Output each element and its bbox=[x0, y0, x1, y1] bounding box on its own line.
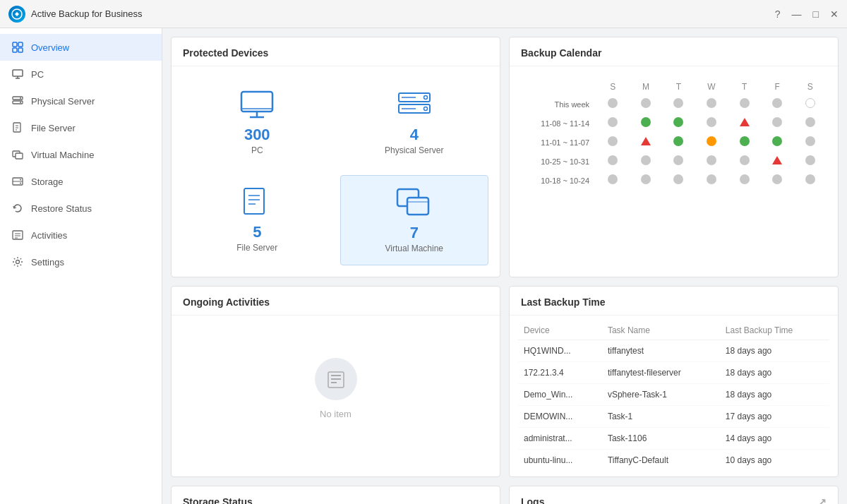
physical-server-device-icon bbox=[395, 89, 434, 121]
svg-point-20 bbox=[20, 179, 21, 181]
device-item-physical-server[interactable]: 4 Physical Server bbox=[340, 78, 489, 167]
col-task: Task Name bbox=[602, 321, 720, 340]
calendar-row-1025: 10-25 ~ 10-31 bbox=[521, 152, 827, 171]
device-cell: DEMOWIN... bbox=[518, 406, 602, 428]
last-backup-card: Last Backup Time Device Task Name Last B… bbox=[509, 286, 839, 477]
physical-server-label: Physical Server bbox=[385, 145, 443, 155]
week-label-thisweek: This week bbox=[521, 95, 596, 114]
window-controls[interactable]: ? — □ ✕ bbox=[775, 8, 839, 20]
close-button[interactable]: ✕ bbox=[830, 8, 839, 20]
sidebar-item-activities[interactable]: Activities bbox=[0, 222, 162, 248]
top-grid: Protected Devices bbox=[171, 37, 839, 277]
time-cell: 17 days ago bbox=[720, 406, 829, 428]
physical-server-count: 4 bbox=[410, 126, 419, 144]
device-item-virtual-machine[interactable]: 7 Virtual Machine bbox=[340, 175, 489, 265]
svg-rect-3 bbox=[13, 48, 17, 52]
bottom-grid: Storage Status Logs ↗ bbox=[171, 486, 839, 504]
svg-rect-1 bbox=[13, 42, 17, 47]
storage-icon bbox=[11, 175, 24, 188]
sidebar-item-physical-server[interactable]: Physical Server bbox=[0, 88, 162, 114]
cal-day-s2: S bbox=[793, 79, 827, 95]
task-cell: Task-1 bbox=[602, 406, 720, 428]
pc-label: PC bbox=[251, 145, 263, 155]
devices-grid: 300 PC bbox=[183, 78, 488, 265]
device-item-pc[interactable]: 300 PC bbox=[183, 78, 332, 167]
time-cell: 18 days ago bbox=[720, 384, 829, 406]
sidebar-label-settings: Settings bbox=[31, 257, 64, 268]
minimize-button[interactable]: — bbox=[792, 8, 802, 20]
table-row: 172.21.3.4 tiffanytest-fileserver 18 day… bbox=[518, 362, 829, 384]
device-cell: Demo_Win... bbox=[518, 384, 602, 406]
calendar-row-1108: 11-08 ~ 11-14 bbox=[521, 114, 827, 133]
file-server-label: File Server bbox=[236, 243, 277, 253]
week-label-1108: 11-08 ~ 11-14 bbox=[521, 114, 596, 133]
svg-point-10 bbox=[20, 97, 21, 99]
svg-point-21 bbox=[20, 183, 21, 184]
svg-rect-4 bbox=[18, 48, 23, 52]
svg-rect-42 bbox=[407, 198, 428, 215]
storage-status-card: Storage Status bbox=[171, 486, 500, 504]
svg-rect-2 bbox=[18, 42, 23, 47]
sidebar-label-file-server: File Server bbox=[31, 123, 76, 133]
file-server-device-icon bbox=[237, 186, 277, 219]
help-button[interactable]: ? bbox=[775, 8, 781, 20]
grid-icon bbox=[11, 41, 24, 54]
sidebar-label-pc: PC bbox=[31, 69, 44, 80]
sidebar-item-restore-status[interactable]: Restore Status bbox=[0, 195, 162, 222]
ongoing-activities-title: Ongoing Activities bbox=[172, 287, 500, 316]
time-cell: 14 days ago bbox=[720, 428, 829, 450]
col-device: Device bbox=[518, 321, 602, 340]
sidebar-item-storage[interactable]: Storage bbox=[0, 168, 162, 195]
logs-expand-icon[interactable]: ↗ bbox=[818, 496, 827, 504]
device-cell: HQ1WIND... bbox=[518, 340, 602, 362]
sidebar-label-restore-status: Restore Status bbox=[31, 203, 92, 214]
logs-title: Logs bbox=[521, 496, 544, 504]
virtual-machine-label: Virtual Machine bbox=[385, 244, 444, 253]
sidebar-item-file-server[interactable]: File Server bbox=[0, 114, 162, 141]
table-row: ubuntu-linu... TiffanyC-Default 10 days … bbox=[518, 450, 829, 472]
cal-day-s1: S bbox=[596, 79, 630, 95]
sidebar-item-pc[interactable]: PC bbox=[0, 61, 162, 88]
sidebar-item-settings[interactable]: Settings bbox=[0, 248, 162, 275]
sidebar-label-overview: Overview bbox=[31, 42, 69, 53]
file-server-icon bbox=[11, 121, 24, 134]
calendar-table: S M T W T F S Thi bbox=[521, 79, 827, 190]
middle-grid: Ongoing Activities No item Last Ba bbox=[171, 286, 839, 477]
protected-devices-body: 300 PC bbox=[172, 66, 500, 277]
device-cell: 172.21.3.4 bbox=[518, 362, 602, 384]
sidebar-item-overview[interactable]: Overview bbox=[0, 34, 162, 61]
svg-rect-37 bbox=[244, 188, 264, 214]
calendar-row-thisweek: This week bbox=[521, 95, 827, 114]
task-cell: vSphere-Task-1 bbox=[602, 384, 720, 406]
sidebar-item-virtual-machine[interactable]: Virtual Machine bbox=[0, 141, 162, 168]
device-cell: administrat... bbox=[518, 428, 602, 450]
server-icon bbox=[11, 95, 24, 107]
app-body: Overview PC Physical Serv bbox=[0, 28, 847, 504]
table-row: administrat... Task-1106 14 days ago bbox=[518, 428, 829, 450]
task-cell: TiffanyC-Default bbox=[602, 450, 720, 472]
no-item-text: No item bbox=[320, 409, 352, 419]
virtual-machine-device-icon bbox=[395, 187, 434, 220]
monitor-icon bbox=[11, 68, 24, 80]
pc-count: 300 bbox=[244, 126, 270, 144]
device-item-file-server[interactable]: 5 File Server bbox=[183, 175, 332, 265]
restore-icon bbox=[11, 202, 24, 215]
backup-table: Device Task Name Last Backup Time HQ1WIN… bbox=[518, 321, 829, 471]
sidebar-label-virtual-machine: Virtual Machine bbox=[31, 150, 94, 160]
cal-day-w: W bbox=[695, 79, 728, 95]
backup-calendar-body: S M T W T F S Thi bbox=[510, 66, 838, 197]
maximize-button[interactable]: □ bbox=[813, 8, 819, 20]
ongoing-activities-empty: No item bbox=[172, 316, 500, 462]
backup-calendar-title: Backup Calendar bbox=[510, 37, 838, 66]
sidebar: Overview PC Physical Serv bbox=[0, 28, 162, 504]
task-cell: Task-1106 bbox=[602, 428, 720, 450]
week-label-1025: 10-25 ~ 10-31 bbox=[521, 152, 596, 171]
vm-icon bbox=[11, 148, 24, 161]
app-title: Active Backup for Business bbox=[31, 8, 143, 19]
week-label-1018: 10-18 ~ 10-24 bbox=[521, 171, 596, 190]
last-backup-title: Last Backup Time bbox=[510, 287, 838, 316]
protected-devices-card: Protected Devices bbox=[171, 37, 500, 277]
storage-status-header: Storage Status bbox=[172, 486, 500, 504]
empty-list-icon bbox=[315, 358, 357, 400]
calendar-row-1101: 11-01 ~ 11-07 bbox=[521, 133, 827, 152]
